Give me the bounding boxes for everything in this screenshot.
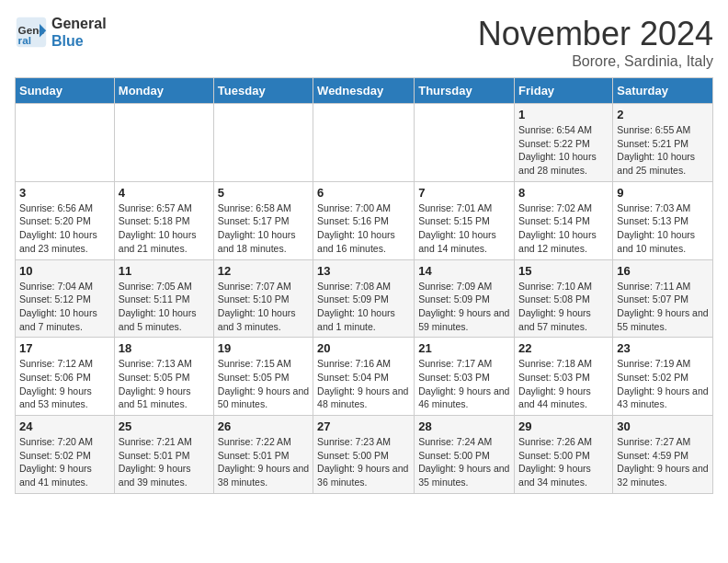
calendar-cell	[114, 104, 213, 182]
day-number: 24	[19, 419, 110, 433]
column-header-thursday: Thursday	[415, 78, 515, 104]
calendar-header-row: SundayMondayTuesdayWednesdayThursdayFrid…	[16, 78, 713, 104]
calendar-cell: 2Sunrise: 6:55 AMSunset: 5:21 PMDaylight…	[613, 104, 713, 182]
calendar-cell: 7Sunrise: 7:01 AMSunset: 5:15 PMDaylight…	[415, 181, 515, 259]
day-number: 25	[119, 419, 210, 433]
calendar-cell: 21Sunrise: 7:17 AMSunset: 5:03 PMDayligh…	[415, 338, 515, 416]
day-info: Sunrise: 7:03 AMSunset: 5:13 PMDaylight:…	[617, 201, 709, 256]
calendar-cell: 20Sunrise: 7:16 AMSunset: 5:04 PMDayligh…	[313, 338, 415, 416]
day-info: Sunrise: 7:22 AMSunset: 5:01 PMDaylight:…	[218, 435, 309, 489]
day-info: Sunrise: 6:57 AMSunset: 5:18 PMDaylight:…	[119, 201, 210, 256]
month-title: November 2024	[478, 15, 713, 53]
day-number: 12	[218, 264, 309, 278]
location-subtitle: Borore, Sardinia, Italy	[478, 53, 713, 70]
calendar-cell: 3Sunrise: 6:56 AMSunset: 5:20 PMDaylight…	[16, 181, 115, 259]
day-number: 16	[617, 264, 709, 278]
day-number: 9	[617, 186, 709, 200]
day-info: Sunrise: 7:19 AMSunset: 5:02 PMDaylight:…	[617, 357, 709, 411]
calendar-cell: 27Sunrise: 7:23 AMSunset: 5:00 PMDayligh…	[313, 416, 415, 494]
day-number: 30	[617, 419, 709, 433]
day-number: 15	[518, 264, 609, 278]
calendar-cell: 13Sunrise: 7:08 AMSunset: 5:09 PMDayligh…	[313, 259, 415, 338]
day-info: Sunrise: 7:16 AMSunset: 5:04 PMDaylight:…	[317, 357, 410, 411]
day-number: 13	[317, 264, 410, 278]
day-number: 2	[617, 108, 709, 121]
day-info: Sunrise: 7:09 AMSunset: 5:09 PMDaylight:…	[418, 280, 510, 334]
page-header: Gene ral General Blue November 2024 Boro…	[15, 15, 713, 70]
calendar-cell: 18Sunrise: 7:13 AMSunset: 5:05 PMDayligh…	[114, 338, 213, 416]
day-info: Sunrise: 7:01 AMSunset: 5:15 PMDaylight:…	[418, 201, 510, 256]
calendar-cell: 10Sunrise: 7:04 AMSunset: 5:12 PMDayligh…	[16, 259, 115, 338]
calendar-cell: 8Sunrise: 7:02 AMSunset: 5:14 PMDaylight…	[515, 181, 613, 259]
day-info: Sunrise: 7:17 AMSunset: 5:03 PMDaylight:…	[418, 357, 510, 411]
day-number: 21	[418, 341, 510, 355]
day-info: Sunrise: 7:07 AMSunset: 5:10 PMDaylight:…	[218, 280, 309, 334]
day-info: Sunrise: 7:20 AMSunset: 5:02 PMDaylight:…	[19, 435, 110, 489]
logo-icon: Gene ral	[15, 16, 48, 49]
day-number: 17	[19, 341, 110, 355]
calendar-cell: 5Sunrise: 6:58 AMSunset: 5:17 PMDaylight…	[213, 181, 313, 259]
calendar-cell: 9Sunrise: 7:03 AMSunset: 5:13 PMDaylight…	[613, 181, 713, 259]
calendar-cell: 4Sunrise: 6:57 AMSunset: 5:18 PMDaylight…	[114, 181, 213, 259]
day-number: 5	[218, 186, 309, 200]
day-info: Sunrise: 7:05 AMSunset: 5:11 PMDaylight:…	[119, 280, 210, 334]
day-number: 18	[119, 341, 210, 355]
calendar-cell: 12Sunrise: 7:07 AMSunset: 5:10 PMDayligh…	[213, 259, 313, 338]
calendar-body: 1Sunrise: 6:54 AMSunset: 5:22 PMDaylight…	[16, 104, 713, 494]
week-row-5: 24Sunrise: 7:20 AMSunset: 5:02 PMDayligh…	[16, 416, 713, 494]
day-number: 1	[518, 108, 609, 121]
logo-line1: General	[51, 15, 107, 32]
title-block: November 2024 Borore, Sardinia, Italy	[478, 15, 713, 70]
day-info: Sunrise: 6:55 AMSunset: 5:21 PMDaylight:…	[617, 123, 709, 178]
calendar-cell: 30Sunrise: 7:27 AMSunset: 4:59 PMDayligh…	[613, 416, 713, 494]
day-info: Sunrise: 7:26 AMSunset: 5:00 PMDaylight:…	[518, 435, 609, 489]
day-number: 10	[19, 264, 110, 278]
calendar-cell: 6Sunrise: 7:00 AMSunset: 5:16 PMDaylight…	[313, 181, 415, 259]
day-number: 4	[119, 186, 210, 200]
day-info: Sunrise: 7:00 AMSunset: 5:16 PMDaylight:…	[317, 201, 410, 256]
day-number: 8	[518, 186, 609, 200]
day-info: Sunrise: 6:56 AMSunset: 5:20 PMDaylight:…	[19, 201, 110, 256]
calendar-cell: 29Sunrise: 7:26 AMSunset: 5:00 PMDayligh…	[515, 416, 613, 494]
week-row-3: 10Sunrise: 7:04 AMSunset: 5:12 PMDayligh…	[16, 259, 713, 338]
logo-line2: Blue	[51, 32, 107, 50]
day-number: 29	[518, 419, 609, 433]
column-header-saturday: Saturday	[613, 78, 713, 104]
week-row-4: 17Sunrise: 7:12 AMSunset: 5:06 PMDayligh…	[16, 338, 713, 416]
day-info: Sunrise: 7:27 AMSunset: 4:59 PMDaylight:…	[617, 435, 709, 489]
calendar-cell: 26Sunrise: 7:22 AMSunset: 5:01 PMDayligh…	[213, 416, 313, 494]
column-header-wednesday: Wednesday	[313, 78, 415, 104]
day-info: Sunrise: 7:12 AMSunset: 5:06 PMDaylight:…	[19, 357, 110, 411]
day-number: 23	[617, 341, 709, 355]
day-info: Sunrise: 7:08 AMSunset: 5:09 PMDaylight:…	[317, 280, 410, 334]
calendar-cell	[313, 104, 415, 182]
day-number: 28	[418, 419, 510, 433]
calendar-cell: 17Sunrise: 7:12 AMSunset: 5:06 PMDayligh…	[16, 338, 115, 416]
day-number: 20	[317, 341, 410, 355]
day-info: Sunrise: 7:15 AMSunset: 5:05 PMDaylight:…	[218, 357, 309, 411]
calendar-table: SundayMondayTuesdayWednesdayThursdayFrid…	[15, 77, 713, 494]
calendar-cell: 14Sunrise: 7:09 AMSunset: 5:09 PMDayligh…	[415, 259, 515, 338]
day-info: Sunrise: 7:24 AMSunset: 5:00 PMDaylight:…	[418, 435, 510, 489]
calendar-cell: 11Sunrise: 7:05 AMSunset: 5:11 PMDayligh…	[114, 259, 213, 338]
day-info: Sunrise: 7:18 AMSunset: 5:03 PMDaylight:…	[518, 357, 609, 411]
calendar-cell: 24Sunrise: 7:20 AMSunset: 5:02 PMDayligh…	[16, 416, 115, 494]
day-info: Sunrise: 6:58 AMSunset: 5:17 PMDaylight:…	[218, 201, 309, 256]
calendar-cell: 15Sunrise: 7:10 AMSunset: 5:08 PMDayligh…	[515, 259, 613, 338]
calendar-cell: 19Sunrise: 7:15 AMSunset: 5:05 PMDayligh…	[213, 338, 313, 416]
day-number: 22	[518, 341, 609, 355]
svg-text:ral: ral	[18, 34, 31, 46]
column-header-sunday: Sunday	[16, 78, 115, 104]
day-info: Sunrise: 7:13 AMSunset: 5:05 PMDaylight:…	[119, 357, 210, 411]
calendar-cell: 1Sunrise: 6:54 AMSunset: 5:22 PMDaylight…	[515, 104, 613, 182]
day-info: Sunrise: 7:04 AMSunset: 5:12 PMDaylight:…	[19, 280, 110, 334]
day-number: 7	[418, 186, 510, 200]
day-info: Sunrise: 7:11 AMSunset: 5:07 PMDaylight:…	[617, 280, 709, 334]
day-info: Sunrise: 7:10 AMSunset: 5:08 PMDaylight:…	[518, 280, 609, 334]
day-number: 19	[218, 341, 309, 355]
day-number: 6	[317, 186, 410, 200]
column-header-monday: Monday	[114, 78, 213, 104]
column-header-tuesday: Tuesday	[213, 78, 313, 104]
week-row-2: 3Sunrise: 6:56 AMSunset: 5:20 PMDaylight…	[16, 181, 713, 259]
calendar-cell: 23Sunrise: 7:19 AMSunset: 5:02 PMDayligh…	[613, 338, 713, 416]
